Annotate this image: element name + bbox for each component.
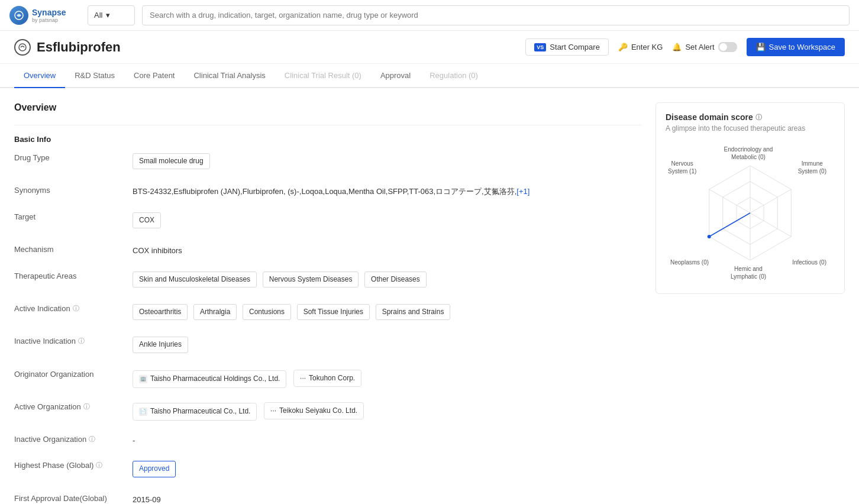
logo-text: Synapse by patsnap bbox=[32, 8, 66, 23]
kg-icon: 🔑 bbox=[618, 43, 628, 51]
originator-org-label: Originator Organization bbox=[14, 370, 133, 379]
org-icon: 🏢 bbox=[139, 375, 147, 383]
drug-name: Esflubiprofen bbox=[37, 40, 121, 55]
chevron-down-icon: ▾ bbox=[106, 11, 110, 20]
active-org-row: Active Organization ⓘ 📄 Taisho Pharmaceu… bbox=[14, 402, 641, 421]
subsection-title: Basic Info bbox=[14, 135, 641, 144]
info-icon[interactable]: ⓘ bbox=[78, 337, 85, 345]
target-value: COX bbox=[133, 212, 641, 231]
indication-tag: Contusions bbox=[243, 304, 291, 320]
originator-org-value: 🏢 Taisho Pharmaceutical Holdings Co., Lt… bbox=[133, 370, 641, 388]
set-alert-button[interactable]: 🔔 Set Alert bbox=[672, 42, 737, 52]
drug-type-value: Small molecule drug bbox=[133, 153, 641, 172]
active-indication-row: Active Indication ⓘ Osteoarthritis Arthr… bbox=[14, 304, 641, 322]
first-approval-value: 2015-09 bbox=[133, 494, 641, 504]
logo: Synapse by patsnap bbox=[9, 6, 80, 25]
inactive-org-value: - bbox=[133, 435, 641, 447]
org-icon: 📄 bbox=[139, 408, 147, 416]
tab-bar: Overview R&D Status Core Patent Clinical… bbox=[0, 64, 859, 88]
svg-marker-11 bbox=[709, 213, 750, 237]
drug-type-row: Drug Type Small molecule drug bbox=[14, 153, 641, 172]
tab-regulation: Regulation (0) bbox=[420, 64, 487, 88]
mechanism-label: Mechanism bbox=[14, 245, 133, 254]
logo-icon bbox=[9, 6, 28, 25]
active-org-value: 📄 Taisho Pharmaceutical Co., Ltd. ··· Te… bbox=[133, 402, 641, 421]
synonyms-label: Synonyms bbox=[14, 186, 133, 195]
inactive-org-label: Inactive Organization ⓘ bbox=[14, 435, 133, 444]
indication-tag: Osteoarthritis bbox=[133, 304, 188, 320]
info-icon[interactable]: ⓘ bbox=[83, 402, 90, 411]
navbar: Synapse by patsnap All ▾ bbox=[0, 0, 859, 31]
active-indication-value: Osteoarthritis Arthralgia Contusions Sof… bbox=[133, 304, 641, 322]
org-badge: 📄 Taisho Pharmaceutical Co., Ltd. bbox=[133, 403, 257, 420]
drug-actions: VS Start Compare 🔑 Enter KG 🔔 Set Alert … bbox=[525, 38, 845, 56]
highest-phase-label: Highest Phase (Global) ⓘ bbox=[14, 461, 133, 470]
tab-rd-status[interactable]: R&D Status bbox=[65, 64, 124, 88]
save-to-workspace-button[interactable]: 💾 Save to Workspace bbox=[747, 38, 845, 56]
phase-tag: Approved bbox=[133, 461, 176, 477]
svg-line-6 bbox=[750, 189, 791, 213]
therapeutic-area-tag: Nervous System Diseases bbox=[263, 272, 359, 287]
disease-score-card: Disease domain score ⓘ A glimpse into th… bbox=[655, 102, 845, 294]
divider bbox=[14, 125, 641, 125]
target-tag: COX bbox=[133, 212, 161, 228]
target-label: Target bbox=[14, 212, 133, 221]
inactive-indication-value: Ankle Injuries bbox=[133, 337, 641, 355]
drug-type-tag: Small molecule drug bbox=[133, 153, 210, 169]
therapeutic-areas-value: Skin and Musculoskeletal Diseases Nervou… bbox=[133, 272, 641, 290]
enter-kg-button[interactable]: 🔑 Enter KG bbox=[618, 43, 663, 51]
highest-phase-value: Approved bbox=[133, 461, 641, 479]
org-badge: ··· Tokuhon Corp. bbox=[293, 370, 361, 387]
tab-overview[interactable]: Overview bbox=[14, 64, 65, 88]
radar-chart: Endocrinology andMetabolic (0) ImmuneSys… bbox=[666, 142, 835, 284]
info-icon[interactable]: ⓘ bbox=[755, 113, 762, 122]
first-approval-row: First Approval Date(Global) 2015-09 bbox=[14, 494, 641, 504]
main-content: Overview Basic Info Drug Type Small mole… bbox=[14, 102, 641, 504]
section-title: Overview bbox=[14, 102, 641, 113]
mechanism-row: Mechanism COX inhibitors bbox=[14, 245, 641, 257]
drug-type-label: Drug Type bbox=[14, 153, 133, 162]
target-row: Target COX bbox=[14, 212, 641, 231]
indication-tag: Arthralgia bbox=[193, 304, 237, 320]
indication-tag: Ankle Injuries bbox=[133, 337, 188, 353]
originator-org-row: Originator Organization 🏢 Taisho Pharmac… bbox=[14, 370, 641, 388]
info-icon[interactable]: ⓘ bbox=[96, 461, 102, 470]
tab-clinical-trial-result: Clinical Trial Result (0) bbox=[275, 64, 371, 88]
sidebar-panel: Disease domain score ⓘ A glimpse into th… bbox=[655, 102, 845, 504]
inactive-org-row: Inactive Organization ⓘ - bbox=[14, 435, 641, 447]
active-org-label: Active Organization ⓘ bbox=[14, 402, 133, 411]
therapeutic-areas-label: Therapeutic Areas bbox=[14, 272, 133, 280]
therapeutic-area-tag: Other Diseases bbox=[364, 272, 427, 287]
therapeutic-areas-row: Therapeutic Areas Skin and Musculoskelet… bbox=[14, 272, 641, 290]
content-area: Overview Basic Info Drug Type Small mole… bbox=[0, 88, 859, 504]
svg-point-1 bbox=[19, 44, 26, 51]
tab-clinical-trial-analysis[interactable]: Clinical Trial Analysis bbox=[184, 64, 275, 88]
card-title: Disease domain score ⓘ bbox=[666, 112, 835, 122]
search-type-dropdown[interactable]: All ▾ bbox=[88, 5, 135, 25]
therapeutic-area-tag: Skin and Musculoskeletal Diseases bbox=[133, 272, 257, 287]
svg-line-7 bbox=[750, 213, 791, 237]
synonyms-row: Synonyms BTS-24332,Esflubiprofen (JAN),F… bbox=[14, 186, 641, 198]
save-icon: 💾 bbox=[756, 43, 766, 51]
synonyms-value: BTS-24332,Esflubiprofen (JAN),Flurbiprof… bbox=[133, 186, 641, 198]
indication-tag: Soft Tissue Injuries bbox=[297, 304, 370, 320]
drug-icon bbox=[14, 39, 31, 56]
search-input[interactable] bbox=[142, 5, 850, 25]
drug-header: Esflubiprofen VS Start Compare 🔑 Enter K… bbox=[0, 31, 859, 64]
vs-badge: VS bbox=[534, 43, 546, 51]
org-badge: 🏢 Taisho Pharmaceutical Holdings Co., Lt… bbox=[133, 370, 286, 387]
inactive-indication-row: Inactive Indication ⓘ Ankle Injuries bbox=[14, 337, 641, 355]
alert-icon: 🔔 bbox=[672, 43, 682, 51]
active-indication-label: Active Indication ⓘ bbox=[14, 304, 133, 313]
inactive-indication-label: Inactive Indication ⓘ bbox=[14, 337, 133, 345]
info-icon[interactable]: ⓘ bbox=[89, 435, 95, 444]
tab-approval[interactable]: Approval bbox=[371, 64, 420, 88]
tab-core-patent[interactable]: Core Patent bbox=[124, 64, 184, 88]
toggle-knob bbox=[719, 43, 727, 51]
svg-point-12 bbox=[708, 235, 711, 238]
alert-toggle[interactable] bbox=[718, 42, 737, 52]
drug-title: Esflubiprofen bbox=[14, 39, 121, 56]
svg-line-10 bbox=[709, 189, 750, 213]
info-icon[interactable]: ⓘ bbox=[73, 304, 79, 313]
start-compare-button[interactable]: VS Start Compare bbox=[525, 38, 609, 56]
